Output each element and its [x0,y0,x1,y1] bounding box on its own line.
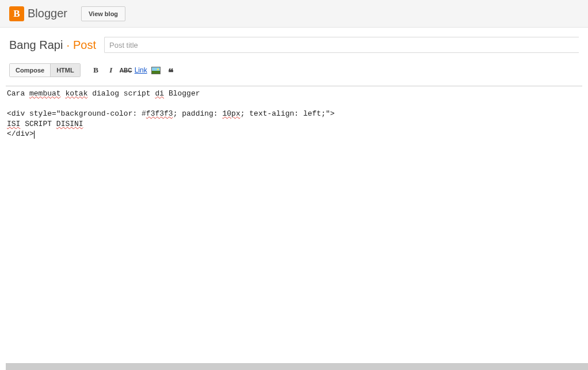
brand-name: Blogger [28,7,67,20]
italic-button[interactable]: I [104,63,119,77]
quote-button[interactable]: ❝ [163,63,178,77]
compose-mode-button[interactable]: Compose [10,64,50,77]
blog-name-label[interactable]: Bang Rapi [9,39,63,52]
title-row: Bang Rapi · Post [0,28,588,60]
breadcrumb-separator: · [66,39,70,52]
bold-button[interactable]: B [89,63,104,77]
footer-bar [6,363,588,370]
html-mode-button[interactable]: HTML [50,64,80,77]
html-editor-textarea[interactable]: Cara membuat kotak dialog script di Blog… [6,86,582,362]
editor-mode-toggle: Compose HTML [9,63,81,77]
view-blog-button[interactable]: View blog [81,6,125,21]
header-bar: B Blogger View blog [0,0,588,28]
post-title-input[interactable] [104,37,579,53]
text-cursor [34,131,35,139]
link-button[interactable]: Link [133,63,148,77]
editor-text: Cara membuat kotak dialog script di Blog… [7,89,335,138]
strikethrough-button[interactable]: ABC [119,63,133,77]
image-icon [151,67,161,74]
blogger-logo-icon[interactable]: B [9,6,24,21]
section-label: Post [73,39,96,52]
image-button[interactable] [148,63,163,77]
editor-toolbar: Compose HTML B I ABC Link ❝ [0,60,588,81]
